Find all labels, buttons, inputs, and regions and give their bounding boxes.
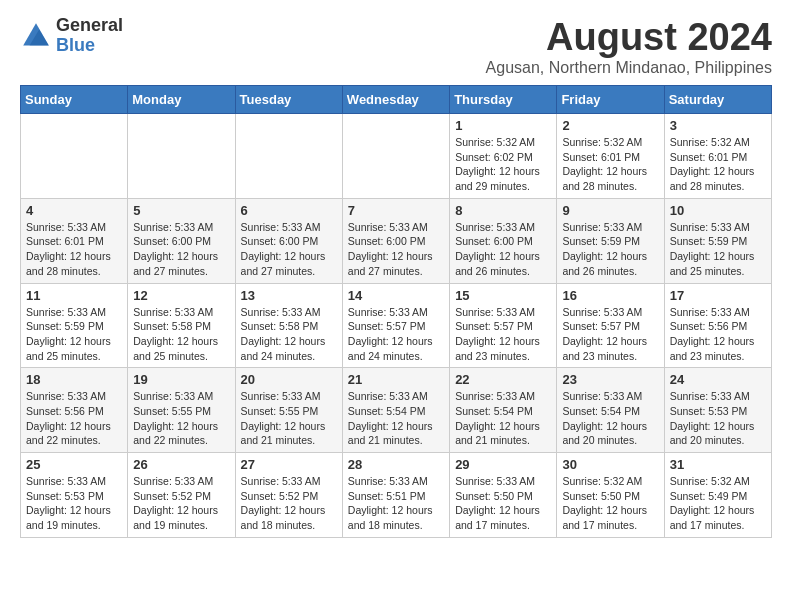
sunset: Sunset: 6:00 PM [455,235,533,247]
sunrise: Sunrise: 5:33 AM [26,221,106,233]
sunrise: Sunrise: 5:32 AM [562,475,642,487]
day-info: Sunrise: 5:33 AM Sunset: 5:53 PM Dayligh… [26,474,122,533]
calendar-week-row: 4 Sunrise: 5:33 AM Sunset: 6:01 PM Dayli… [21,198,772,283]
day-number: 8 [455,203,551,218]
day-info: Sunrise: 5:33 AM Sunset: 6:00 PM Dayligh… [348,220,444,279]
calendar-cell: 7 Sunrise: 5:33 AM Sunset: 6:00 PM Dayli… [342,198,449,283]
daylight: Daylight: 12 hours and 22 minutes. [26,420,111,447]
sunset: Sunset: 5:57 PM [562,320,640,332]
sunrise: Sunrise: 5:33 AM [241,390,321,402]
sunrise: Sunrise: 5:32 AM [562,136,642,148]
daylight: Daylight: 12 hours and 27 minutes. [133,250,218,277]
daylight: Daylight: 12 hours and 23 minutes. [455,335,540,362]
sunset: Sunset: 6:01 PM [670,151,748,163]
day-info: Sunrise: 5:33 AM Sunset: 5:54 PM Dayligh… [455,389,551,448]
day-info: Sunrise: 5:32 AM Sunset: 5:49 PM Dayligh… [670,474,766,533]
calendar-cell: 28 Sunrise: 5:33 AM Sunset: 5:51 PM Dayl… [342,453,449,538]
daylight: Daylight: 12 hours and 17 minutes. [455,504,540,531]
sunset: Sunset: 5:55 PM [133,405,211,417]
sunrise: Sunrise: 5:33 AM [133,390,213,402]
day-number: 19 [133,372,229,387]
daylight: Daylight: 12 hours and 18 minutes. [348,504,433,531]
daylight: Daylight: 12 hours and 20 minutes. [562,420,647,447]
day-info: Sunrise: 5:33 AM Sunset: 5:51 PM Dayligh… [348,474,444,533]
day-info: Sunrise: 5:33 AM Sunset: 6:00 PM Dayligh… [133,220,229,279]
calendar-cell: 9 Sunrise: 5:33 AM Sunset: 5:59 PM Dayli… [557,198,664,283]
calendar-title: August 2024 [486,16,772,59]
logo-blue: Blue [56,36,123,56]
calendar-cell: 15 Sunrise: 5:33 AM Sunset: 5:57 PM Dayl… [450,283,557,368]
sunrise: Sunrise: 5:33 AM [562,390,642,402]
day-info: Sunrise: 5:33 AM Sunset: 5:57 PM Dayligh… [348,305,444,364]
sunset: Sunset: 5:58 PM [241,320,319,332]
calendar-cell: 24 Sunrise: 5:33 AM Sunset: 5:53 PM Dayl… [664,368,771,453]
calendar-cell: 17 Sunrise: 5:33 AM Sunset: 5:56 PM Dayl… [664,283,771,368]
sunset: Sunset: 6:02 PM [455,151,533,163]
daylight: Daylight: 12 hours and 28 minutes. [26,250,111,277]
day-info: Sunrise: 5:33 AM Sunset: 5:56 PM Dayligh… [26,389,122,448]
calendar-cell: 1 Sunrise: 5:32 AM Sunset: 6:02 PM Dayli… [450,114,557,199]
col-thursday: Thursday [450,86,557,114]
sunset: Sunset: 5:54 PM [562,405,640,417]
sunrise: Sunrise: 5:33 AM [133,475,213,487]
sunrise: Sunrise: 5:33 AM [562,221,642,233]
day-number: 4 [26,203,122,218]
daylight: Daylight: 12 hours and 25 minutes. [26,335,111,362]
day-info: Sunrise: 5:33 AM Sunset: 5:57 PM Dayligh… [455,305,551,364]
page-header: General Blue August 2024 Agusan, Norther… [20,16,772,77]
sunset: Sunset: 5:57 PM [455,320,533,332]
daylight: Daylight: 12 hours and 24 minutes. [241,335,326,362]
day-number: 22 [455,372,551,387]
sunrise: Sunrise: 5:33 AM [455,221,535,233]
sunset: Sunset: 5:51 PM [348,490,426,502]
day-info: Sunrise: 5:33 AM Sunset: 5:58 PM Dayligh… [241,305,337,364]
sunset: Sunset: 5:53 PM [26,490,104,502]
day-number: 18 [26,372,122,387]
sunrise: Sunrise: 5:33 AM [241,306,321,318]
col-friday: Friday [557,86,664,114]
col-saturday: Saturday [664,86,771,114]
day-info: Sunrise: 5:33 AM Sunset: 5:55 PM Dayligh… [241,389,337,448]
day-info: Sunrise: 5:33 AM Sunset: 5:59 PM Dayligh… [562,220,658,279]
daylight: Daylight: 12 hours and 19 minutes. [26,504,111,531]
calendar-table: Sunday Monday Tuesday Wednesday Thursday… [20,85,772,538]
calendar-cell: 16 Sunrise: 5:33 AM Sunset: 5:57 PM Dayl… [557,283,664,368]
calendar-cell: 30 Sunrise: 5:32 AM Sunset: 5:50 PM Dayl… [557,453,664,538]
daylight: Daylight: 12 hours and 21 minutes. [348,420,433,447]
daylight: Daylight: 12 hours and 20 minutes. [670,420,755,447]
col-wednesday: Wednesday [342,86,449,114]
sunset: Sunset: 6:00 PM [133,235,211,247]
day-number: 31 [670,457,766,472]
sunset: Sunset: 5:54 PM [455,405,533,417]
daylight: Daylight: 12 hours and 26 minutes. [562,250,647,277]
day-number: 28 [348,457,444,472]
sunset: Sunset: 5:52 PM [133,490,211,502]
day-info: Sunrise: 5:33 AM Sunset: 5:57 PM Dayligh… [562,305,658,364]
calendar-cell: 27 Sunrise: 5:33 AM Sunset: 5:52 PM Dayl… [235,453,342,538]
calendar-cell [128,114,235,199]
sunset: Sunset: 5:53 PM [670,405,748,417]
sunrise: Sunrise: 5:33 AM [26,306,106,318]
calendar-cell: 14 Sunrise: 5:33 AM Sunset: 5:57 PM Dayl… [342,283,449,368]
daylight: Daylight: 12 hours and 22 minutes. [133,420,218,447]
sunset: Sunset: 5:55 PM [241,405,319,417]
col-tuesday: Tuesday [235,86,342,114]
calendar-cell: 31 Sunrise: 5:32 AM Sunset: 5:49 PM Dayl… [664,453,771,538]
day-info: Sunrise: 5:33 AM Sunset: 5:53 PM Dayligh… [670,389,766,448]
sunrise: Sunrise: 5:33 AM [348,306,428,318]
sunset: Sunset: 6:00 PM [348,235,426,247]
day-number: 6 [241,203,337,218]
logo-icon [20,20,52,52]
daylight: Daylight: 12 hours and 28 minutes. [562,165,647,192]
day-number: 15 [455,288,551,303]
calendar-cell: 2 Sunrise: 5:32 AM Sunset: 6:01 PM Dayli… [557,114,664,199]
calendar-cell: 5 Sunrise: 5:33 AM Sunset: 6:00 PM Dayli… [128,198,235,283]
sunrise: Sunrise: 5:33 AM [26,390,106,402]
calendar-cell [21,114,128,199]
daylight: Daylight: 12 hours and 19 minutes. [133,504,218,531]
day-info: Sunrise: 5:33 AM Sunset: 5:59 PM Dayligh… [26,305,122,364]
day-number: 20 [241,372,337,387]
sunrise: Sunrise: 5:33 AM [455,390,535,402]
calendar-cell: 21 Sunrise: 5:33 AM Sunset: 5:54 PM Dayl… [342,368,449,453]
day-number: 12 [133,288,229,303]
